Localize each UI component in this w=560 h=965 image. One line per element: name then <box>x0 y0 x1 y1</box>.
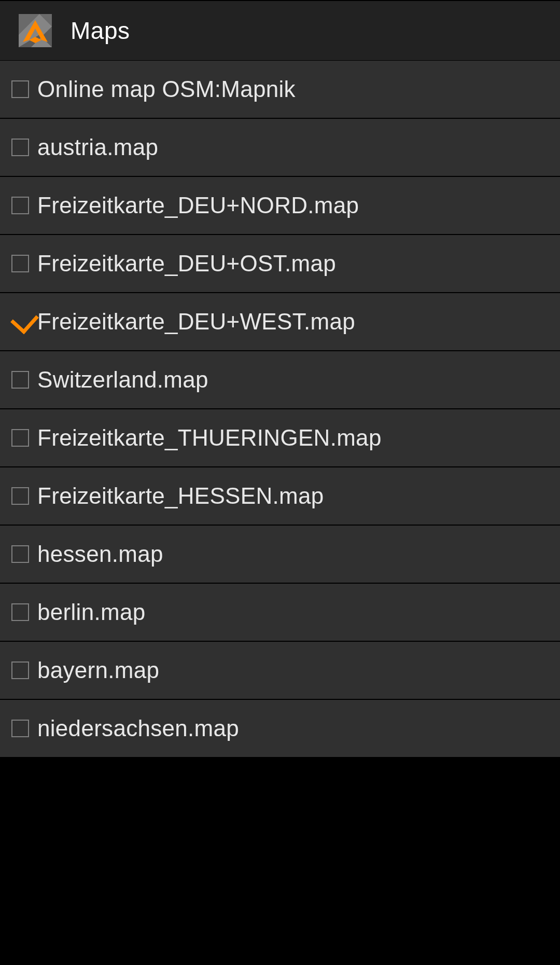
map-item-label: niedersachsen.map <box>37 715 239 741</box>
map-item-freizeitkarte-thueringen[interactable]: Freizeitkarte_THUERINGEN.map <box>0 409 560 467</box>
checkbox-icon[interactable] <box>11 255 29 272</box>
checkbox-icon[interactable] <box>11 371 29 389</box>
map-item-berlin[interactable]: berlin.map <box>0 584 560 642</box>
map-item-label: hessen.map <box>37 541 163 567</box>
map-item-label: Freizeitkarte_HESSEN.map <box>37 483 324 509</box>
checkbox-checked-icon[interactable] <box>11 313 29 330</box>
map-item-hessen[interactable]: hessen.map <box>0 526 560 584</box>
maps-list: Online map OSM:Mapnik austria.map Freize… <box>0 61 560 758</box>
map-item-label: berlin.map <box>37 599 145 625</box>
map-item-label: Online map OSM:Mapnik <box>37 76 296 102</box>
map-item-label: Switzerland.map <box>37 367 208 393</box>
app-header: Maps <box>0 1 560 61</box>
map-item-austria[interactable]: austria.map <box>0 119 560 177</box>
map-item-switzerland[interactable]: Switzerland.map <box>0 351 560 409</box>
map-item-label: Freizeitkarte_DEU+WEST.map <box>37 309 355 335</box>
checkbox-icon[interactable] <box>11 429 29 447</box>
map-item-freizeitkarte-deu-nord[interactable]: Freizeitkarte_DEU+NORD.map <box>0 177 560 235</box>
map-item-bayern[interactable]: bayern.map <box>0 642 560 700</box>
map-item-label: Freizeitkarte_DEU+NORD.map <box>37 192 359 218</box>
checkbox-icon[interactable] <box>11 80 29 98</box>
page-title: Maps <box>71 17 130 45</box>
checkbox-icon[interactable] <box>11 661 29 679</box>
app-icon <box>19 14 52 47</box>
map-item-label: austria.map <box>37 134 158 160</box>
checkbox-icon[interactable] <box>11 545 29 563</box>
map-item-label: Freizeitkarte_THUERINGEN.map <box>37 425 382 451</box>
map-item-online-osm[interactable]: Online map OSM:Mapnik <box>0 61 560 119</box>
checkbox-icon[interactable] <box>11 603 29 621</box>
checkbox-icon[interactable] <box>11 139 29 156</box>
map-item-freizeitkarte-hessen[interactable]: Freizeitkarte_HESSEN.map <box>0 467 560 526</box>
map-item-label: Freizeitkarte_DEU+OST.map <box>37 251 336 277</box>
map-item-label: bayern.map <box>37 657 159 683</box>
checkbox-icon[interactable] <box>11 487 29 505</box>
checkbox-icon[interactable] <box>11 197 29 214</box>
checkbox-icon[interactable] <box>11 720 29 737</box>
map-item-freizeitkarte-deu-ost[interactable]: Freizeitkarte_DEU+OST.map <box>0 235 560 293</box>
map-item-freizeitkarte-deu-west[interactable]: Freizeitkarte_DEU+WEST.map <box>0 293 560 351</box>
map-item-niedersachsen[interactable]: niedersachsen.map <box>0 700 560 758</box>
